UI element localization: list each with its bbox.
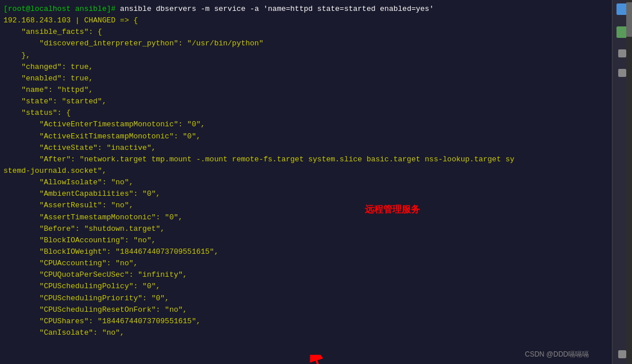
panel-icon-bottom[interactable] [618,350,626,358]
right-panel [612,0,632,364]
terminal-line: "CPUSchedulingResetOnFork": "no", [3,304,612,316]
terminal-line: "ActiveState": "inactive", [3,142,612,154]
terminal-line: "discovered_interpreter_python": "/usr/b… [3,38,612,49]
terminal-line: "CPUShares": "18446744073709551615", [3,316,612,327]
panel-icon-3[interactable] [618,49,626,57]
terminal-line: "status": { [3,107,612,119]
panel-icon-4[interactable] [618,69,626,77]
terminal-line: "ActiveEnterTimestampMonotonic": "0", [3,119,612,130]
terminal-line: [root@localhost ansible]# ansible dbserv… [3,3,612,15]
terminal-line: "name": "httpd", [3,84,612,96]
annotation-text: 远程管理服务 [365,204,420,216]
terminal-line: "CPUSchedulingPolicy": "0", [3,281,612,292]
terminal-line: "changed": true, [3,61,612,73]
terminal-line: "After": "network.target tmp.mount -.mou… [3,154,612,165]
terminal-line: "CanIsolate": "no", [3,327,612,339]
terminal-line: stemd-journald.socket", [3,165,612,177]
terminal-line: }, [3,50,612,61]
terminal-line: "CPUAccounting": "no", [3,258,612,269]
terminal-line: "BlockIOWeight": "18446744073709551615", [3,246,612,258]
terminal-window: [root@localhost ansible]# ansible dbserv… [0,0,612,364]
terminal-line: "AssertTimestampMonotonic": "0", [3,212,612,223]
terminal-line: "CPUSchedulingPriority": "0", [3,293,612,304]
terminal-line: "ansible_facts": { [3,26,612,38]
terminal-line: "BlockIOAccounting": "no", [3,235,612,246]
terminal-content: [root@localhost ansible]# ansible dbserv… [3,3,612,339]
terminal-line: "AssertResult": "no", [3,200,612,211]
watermark: CSDN @DDD嗝嗝嗝 [525,350,589,359]
svg-line-1 [317,361,371,364]
terminal-line: "AllowIsolate": "no", [3,177,612,188]
terminal-line: "state": "started", [3,96,612,107]
terminal-line: "ActiveExitTimestampMonotonic": "0", [3,131,612,142]
terminal-line: 192.168.243.103 | CHANGED => { [3,15,612,26]
terminal-line: "AmbientCapabilities": "0", [3,188,612,200]
terminal-line: "CPUQuotaPerSecUSec": "infinity", [3,269,612,281]
terminal-line: "Before": "shutdown.target", [3,223,612,235]
terminal-line: "enabled": true, [3,73,612,84]
